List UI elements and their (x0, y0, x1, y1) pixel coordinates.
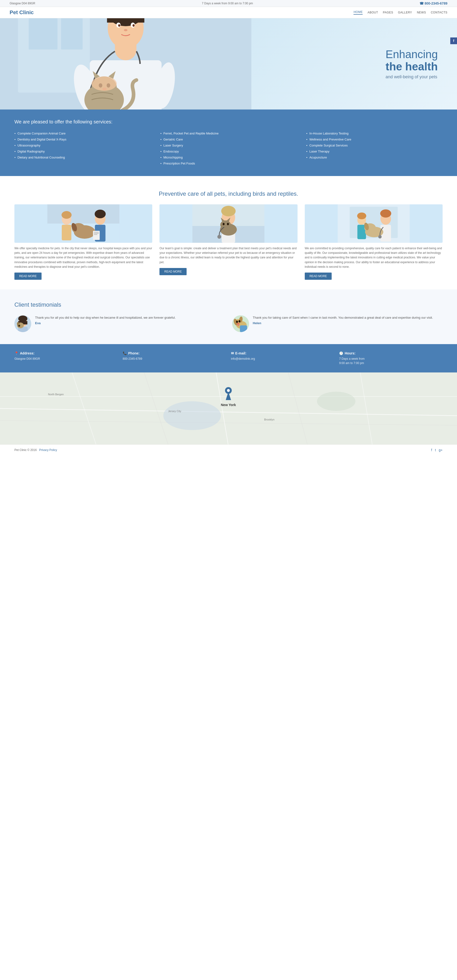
hero-image (0, 18, 252, 110)
googleplus-link[interactable]: g+ (439, 448, 443, 452)
privacy-policy-link[interactable]: Privacy Policy (39, 448, 57, 452)
svg-rect-2 (29, 18, 57, 49)
services-col-3: In-House Laboratory Testing Wellness and… (306, 130, 443, 166)
svg-point-93 (163, 401, 221, 430)
service-item: Digital Radiography (14, 148, 151, 154)
read-more-btn-2[interactable]: READ MORE (159, 268, 186, 275)
contact-address: 📍 Address: Glasgow D04 89GR (14, 351, 118, 365)
svg-point-65 (378, 235, 382, 239)
nav-contacts[interactable]: CONTACTS (431, 11, 447, 14)
svg-point-26 (91, 76, 117, 91)
svg-rect-3 (61, 18, 83, 49)
facebook-link[interactable]: f (431, 448, 432, 452)
service-item: Ferret, Pocket Pet and Reptile Medicine (161, 130, 297, 137)
testimonial-2-content: Thank you for taking care of Sami when I… (253, 315, 433, 325)
hero-headline: Enhancing the health (386, 48, 438, 73)
svg-point-97 (227, 389, 230, 392)
bottom-footer: Pet Clinic © 2016 Privacy Policy f t g+ (0, 444, 457, 455)
phone-value: 800-2345-6789 (123, 356, 226, 361)
contact-phone: 📞 Phone: 800-2345-6789 (123, 351, 226, 365)
service-item: Dietary and Nutritional Counseling (14, 154, 151, 161)
preventive-section: Preventive care of all pets, including b… (0, 176, 457, 290)
services-section: We are pleased to offer the following se… (0, 110, 457, 176)
care-card-1-text: We offer specialty medicine for pets. In… (14, 246, 152, 269)
svg-text:Jersey City: Jersey City (168, 410, 181, 412)
email-icon: ✉ (231, 351, 234, 355)
svg-point-15 (132, 24, 135, 27)
care-card-3-text: We are committed to providing comprehens… (305, 246, 443, 269)
service-item: Laser Surgery (161, 142, 297, 148)
twitter-link[interactable]: t (435, 448, 436, 452)
svg-point-79 (236, 321, 238, 323)
nav-home[interactable]: HOME (353, 10, 363, 15)
testimonial-1: Thank you for all you did to help our do… (14, 315, 225, 332)
svg-point-53 (227, 223, 229, 225)
read-more-btn-1[interactable]: READ MORE (14, 272, 41, 280)
svg-text:Brooklyn: Brooklyn (264, 418, 274, 421)
logo: Pet Clinic (10, 10, 33, 16)
testimonial-1-content: Thank you for all you did to help our do… (35, 315, 175, 325)
social-links: f t g+ (431, 448, 443, 452)
nav-about[interactable]: ABOUT (368, 11, 378, 14)
testimonial-1-text: Thank you for all you did to help our do… (35, 315, 175, 320)
nav-gallery[interactable]: GALLERY (398, 11, 412, 14)
hours-label: 🕐 Hours: (339, 351, 443, 355)
care-card-2-text: Our team's goal is simple: create and de… (159, 246, 297, 265)
email-label: ✉ E-mail: (231, 351, 334, 355)
preventive-heading: Preventive care of all pets, including b… (14, 191, 443, 197)
svg-rect-41 (94, 234, 97, 235)
map-svg: New York North Bergen Jersey City Brookl… (0, 372, 457, 444)
svg-point-31 (95, 210, 106, 218)
service-item: Ultrasonography (14, 142, 151, 148)
hours-value: 7 Days a week from9:00 am to 7:00 pm (339, 356, 443, 365)
svg-text:New York: New York (221, 403, 236, 407)
svg-point-14 (118, 24, 120, 27)
testimonials-section: Client testimonials Tha (0, 290, 457, 344)
svg-rect-33 (62, 225, 71, 240)
svg-point-61 (380, 209, 391, 218)
testimonial-2: Thank you for taking care of Sami when I… (232, 315, 443, 332)
care-image-3 (305, 204, 443, 243)
contact-hours: 🕐 Hours: 7 Days a week from9:00 am to 7:… (339, 351, 443, 365)
service-item: Dentistry and Digital Dental X-Rays (14, 137, 151, 142)
facebook-badge[interactable]: f (450, 37, 457, 44)
svg-rect-39 (94, 232, 99, 232)
email-value: info@demolink.org (231, 356, 334, 361)
svg-point-46 (221, 206, 236, 216)
service-item: Complete Companion Animal Care (14, 130, 151, 137)
services-col-2: Ferret, Pocket Pet and Reptile Medicine … (161, 130, 297, 166)
testimonial-2-text: Thank you for taking care of Sami when I… (253, 315, 433, 320)
location-icon: 📍 (14, 351, 19, 355)
service-item: Geriatric Care (161, 137, 297, 142)
svg-rect-40 (94, 233, 99, 234)
svg-point-34 (62, 211, 72, 219)
phone-icon: 📞 (123, 351, 127, 355)
top-bar: Glasgow D04 89GR 7 Days a week from 9:00… (0, 0, 457, 7)
service-item: In-House Laboratory Testing (306, 130, 443, 137)
service-item: Acupuncture (306, 154, 443, 161)
svg-point-68 (18, 315, 27, 322)
svg-rect-83 (240, 325, 247, 332)
service-item: Complete Surgical Services (306, 142, 443, 148)
service-item: Wellness and Preventive Care (306, 137, 443, 142)
care-image-2 (159, 204, 297, 243)
testimonial-avatar-2 (232, 315, 249, 332)
svg-point-16 (124, 29, 127, 31)
testimonial-avatar-1 (14, 315, 31, 332)
service-item: Laser Therapy (306, 148, 443, 154)
nav-pages[interactable]: PAGES (383, 11, 393, 14)
nav-news[interactable]: NEWS (417, 11, 426, 14)
read-more-btn-3[interactable]: READ MORE (305, 272, 332, 280)
header: Pet Clinic HOME ABOUT PAGES GALLERY NEWS… (0, 7, 457, 18)
services-grid: Complete Companion Animal Care Dentistry… (14, 130, 443, 166)
location: Glasgow D04 89GR (10, 2, 35, 5)
care-image-1 (14, 204, 152, 243)
service-item: Endoscopy (161, 148, 297, 154)
svg-point-52 (223, 223, 225, 225)
service-item: Prescription Pet Foods (161, 161, 297, 166)
svg-point-82 (237, 324, 239, 326)
contact-footer: 📍 Address: Glasgow D04 89GR 📞 Phone: 800… (0, 344, 457, 372)
svg-point-94 (317, 392, 355, 411)
hero-text: Enhancing the health and well-being of y… (386, 48, 438, 80)
care-grid: We offer specialty medicine for pets. In… (14, 204, 443, 280)
